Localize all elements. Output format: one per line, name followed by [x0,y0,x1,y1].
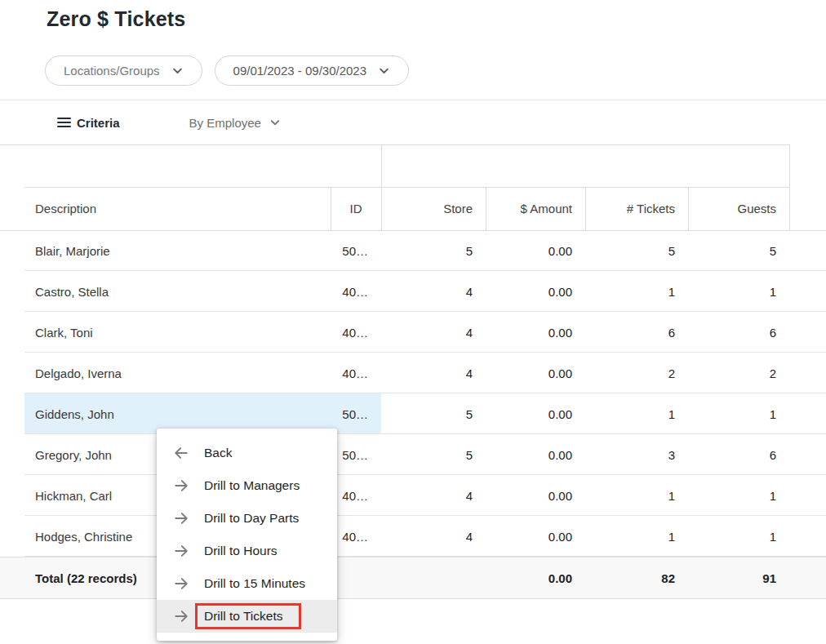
cell-store: 4 [381,285,486,299]
locations-groups-dropdown[interactable]: Locations/Groups [45,56,202,86]
cell-guests: 1 [688,285,789,299]
table-row[interactable]: Castro, Stella 40… 4 0.00 1 1 [0,271,826,312]
cell-tickets: 6 [585,326,688,340]
cell-store: 4 [381,326,486,340]
cell-amount: 0.00 [486,285,585,299]
cell-description: Delgado, Iverna [24,366,331,380]
page-title: Zero $ Tickets [47,7,826,31]
table-body: Blair, Marjorie 50… 5 0.00 5 5 Castro, S… [0,230,826,557]
column-header-amount[interactable]: $ Amount [486,202,585,215]
criteria-label: Criteria [77,116,120,130]
cell-tickets: 1 [585,285,688,299]
total-amount: 0.00 [486,571,585,585]
chevron-down-icon [378,64,390,77]
date-range-dropdown[interactable]: 09/01/2023 - 09/30/2023 [215,56,409,86]
cell-guests: 1 [688,407,789,421]
cell-id: 40… [331,326,381,340]
table-top-border [0,144,789,145]
date-range-label: 09/01/2023 - 09/30/2023 [233,64,366,78]
locations-groups-label: Locations/Groups [64,64,160,78]
cell-store: 4 [381,489,486,503]
cell-amount: 0.00 [486,326,585,340]
cell-tickets: 2 [585,366,688,380]
arrow-right-icon [172,477,190,495]
cell-tickets: 5 [585,244,688,258]
page-header: Zero $ Tickets Locations/Groups 09/01/20… [0,7,826,100]
cell-amount: 0.00 [486,366,585,380]
cell-id: 50… [331,407,381,421]
criteria-button[interactable]: Criteria [57,116,120,130]
arrow-right-icon [172,607,190,625]
table-row[interactable]: Gregory, John 50… 5 0.00 3 6 [0,434,826,475]
cell-guests: 1 [688,530,789,544]
cell-guests: 2 [688,366,789,380]
cell-tickets: 3 [585,448,688,462]
group-by-label: By Employee [189,116,261,130]
context-menu-item[interactable]: Drill to Managers [157,469,337,502]
cell-id: 40… [331,489,381,503]
table-total-row: Total (22 records) 0.00 82 91 [0,557,826,599]
cell-amount: 0.00 [486,530,585,544]
column-header-tickets[interactable]: # Tickets [585,202,688,215]
column-header-description[interactable]: Description [24,202,331,215]
table-row[interactable]: Blair, Marjorie 50… 5 0.00 5 5 [0,230,826,271]
arrow-right-icon [172,542,190,560]
report-table: Description ID Store $ Amount # Tickets … [0,144,826,599]
column-header-store[interactable]: Store [381,202,486,215]
cell-id: 50… [331,448,381,462]
context-menu-item[interactable]: Drill to Tickets [157,600,337,633]
table-row[interactable]: Hodges, Christine 40… 4 0.00 1 1 [0,516,826,557]
report-page: Zero $ Tickets Locations/Groups 09/01/20… [0,7,826,644]
chevron-down-icon [171,64,184,77]
cell-description: Blair, Marjorie [24,244,331,258]
filter-row: Locations/Groups 09/01/2023 - 09/30/2023 [45,56,826,86]
cell-id: 40… [331,285,381,299]
toolbar: Criteria By Employee [0,100,826,144]
cell-description: Castro, Stella [24,285,331,299]
context-menu-item[interactable]: Back [157,437,337,469]
cell-store: 4 [381,530,486,544]
cell-id: 50… [331,244,381,258]
criteria-filter-icon [57,118,71,127]
group-by-dropdown[interactable]: By Employee [189,116,281,130]
arrow-left-icon [172,444,190,462]
cell-id: 40… [331,530,381,544]
cell-store: 5 [381,448,486,462]
table-row[interactable]: Hickman, Carl 40… 4 0.00 1 1 [0,475,826,516]
cell-id: 40… [331,366,381,380]
table-header-row: Description ID Store $ Amount # Tickets … [0,187,826,230]
cell-amount: 0.00 [486,448,585,462]
cell-store: 5 [381,244,486,258]
table-row[interactable]: Delgado, Iverna 40… 4 0.00 2 2 [0,353,826,393]
context-menu-item[interactable]: Drill to Day Parts [157,502,337,535]
table-row[interactable]: Clark, Toni 40… 4 0.00 6 6 [0,312,826,353]
cell-store: 4 [381,366,486,380]
cell-tickets: 1 [585,407,688,421]
cell-store: 5 [381,407,486,421]
column-header-id[interactable]: ID [331,202,381,215]
cell-amount: 0.00 [486,489,585,503]
cell-amount: 0.00 [486,244,585,258]
chevron-down-icon [269,117,281,128]
total-tickets: 82 [585,571,688,585]
cell-guests: 6 [688,448,789,462]
context-menu-item[interactable]: Drill to Hours [157,535,337,567]
arrow-right-icon [172,575,190,593]
cell-guests: 1 [688,489,789,503]
cell-guests: 5 [688,244,789,258]
cell-guests: 6 [688,326,789,340]
table-header-band [0,144,826,187]
column-header-guests[interactable]: Guests [688,202,789,215]
table-row[interactable]: Giddens, John 50… 5 0.00 1 1 [0,393,826,434]
cell-amount: 0.00 [486,407,585,421]
context-menu: Back Drill to Managers Drill to Day Part… [157,429,337,641]
arrow-right-icon [172,509,190,527]
cell-tickets: 1 [585,489,688,503]
context-menu-item[interactable]: Drill to 15 Minutes [157,567,337,600]
cell-tickets: 1 [585,530,688,544]
cell-description: Clark, Toni [24,326,331,340]
cell-description: Giddens, John [24,407,331,421]
total-guests: 91 [688,571,789,585]
